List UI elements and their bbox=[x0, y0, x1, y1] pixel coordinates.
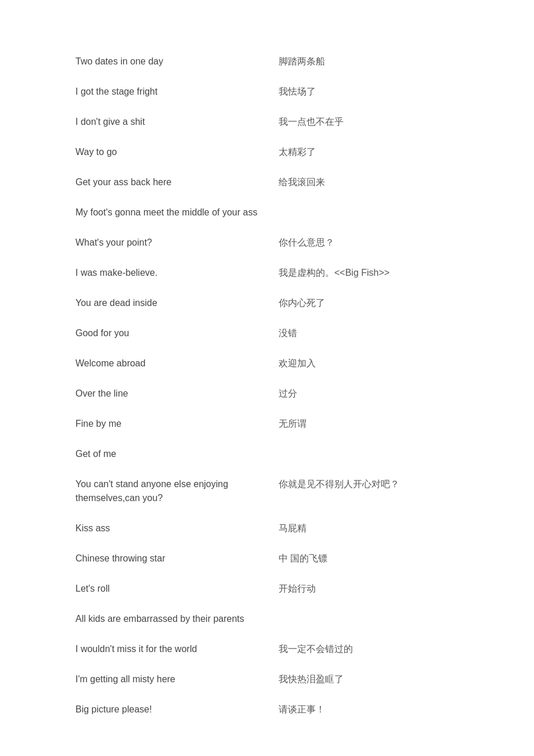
phrase-row: Kiss ass马屁精 bbox=[75, 513, 459, 543]
phrase-row: You are dead inside你内心死了 bbox=[75, 288, 459, 318]
phrase-row: I was make-believe.我是虚构的。<<Big Fish>> bbox=[75, 258, 459, 288]
chinese-translation: 中 国的飞镖 bbox=[273, 552, 459, 566]
english-phrase: I was make-believe. bbox=[75, 266, 273, 280]
chinese-translation: 马屁精 bbox=[273, 521, 459, 535]
english-phrase: Fine by me bbox=[75, 417, 273, 431]
english-phrase: I got the stage fright bbox=[75, 85, 273, 99]
phrase-list: Two dates in one day脚踏两条船I got the stage… bbox=[75, 46, 459, 725]
english-phrase: Chinese throwing star bbox=[75, 552, 273, 566]
phrase-row: Get your ass back here给我滚回来 bbox=[75, 167, 459, 197]
english-phrase: Welcome abroad bbox=[75, 357, 273, 370]
english-phrase: Get of me bbox=[75, 447, 273, 461]
english-phrase: You can't stand anyone else enjoying the… bbox=[75, 477, 273, 505]
english-phrase: I don't give a shit bbox=[75, 115, 273, 129]
english-phrase: I'm getting all misty here bbox=[75, 672, 273, 686]
phrase-row: All kids are embarrassed by their parent… bbox=[75, 604, 459, 634]
chinese-translation: 给我滚回来 bbox=[273, 175, 459, 189]
english-phrase: Over the line bbox=[75, 387, 273, 401]
phrase-row: Way to go太精彩了 bbox=[75, 137, 459, 167]
english-phrase: Big picture please! bbox=[75, 703, 273, 717]
chinese-translation: 欢迎加入 bbox=[273, 357, 459, 370]
english-phrase: All kids are embarrassed by their parent… bbox=[75, 612, 273, 626]
chinese-translation: 开始行动 bbox=[273, 582, 459, 596]
phrase-row: Good for you没错 bbox=[75, 318, 459, 348]
chinese-translation: 你就是见不得别人开心对吧？ bbox=[273, 477, 459, 491]
phrase-row: Over the line过分 bbox=[75, 379, 459, 409]
chinese-translation: 没错 bbox=[273, 326, 459, 340]
phrase-row: Welcome abroad欢迎加入 bbox=[75, 348, 459, 379]
chinese-translation: 我一点也不在乎 bbox=[273, 115, 459, 129]
phrase-row: You can't stand anyone else enjoying the… bbox=[75, 469, 459, 513]
chinese-translation: 我快热泪盈眶了 bbox=[273, 672, 459, 686]
phrase-row: Let's roll开始行动 bbox=[75, 574, 459, 604]
chinese-translation: 过分 bbox=[273, 387, 459, 401]
chinese-translation: 我怯场了 bbox=[273, 85, 459, 99]
phrase-row: Two dates in one day脚踏两条船 bbox=[75, 46, 459, 77]
chinese-translation: 请谈正事！ bbox=[273, 703, 459, 717]
english-phrase: Two dates in one day bbox=[75, 55, 273, 69]
phrase-row: I don't give a shit我一点也不在乎 bbox=[75, 107, 459, 137]
phrase-row: My foot's gonna meet the middle of your … bbox=[75, 197, 459, 228]
english-phrase: Good for you bbox=[75, 326, 273, 340]
chinese-translation: 你什么意思？ bbox=[273, 236, 459, 250]
english-phrase: You are dead inside bbox=[75, 296, 273, 310]
phrase-row: I'm getting all misty here我快热泪盈眶了 bbox=[75, 664, 459, 694]
phrase-row: I wouldn't miss it for the world我一定不会错过的 bbox=[75, 634, 459, 664]
phrase-row: Fine by me无所谓 bbox=[75, 409, 459, 439]
chinese-translation: 你内心死了 bbox=[273, 296, 459, 310]
chinese-translation: 脚踏两条船 bbox=[273, 55, 459, 69]
phrase-row: Big picture please!请谈正事！ bbox=[75, 694, 459, 725]
english-phrase: Let's roll bbox=[75, 582, 273, 596]
chinese-translation: 太精彩了 bbox=[273, 145, 459, 159]
chinese-translation: 我一定不会错过的 bbox=[273, 642, 459, 656]
phrase-row: What's your point?你什么意思？ bbox=[75, 228, 459, 258]
english-phrase: I wouldn't miss it for the world bbox=[75, 642, 273, 656]
chinese-translation: 无所谓 bbox=[273, 417, 459, 431]
english-phrase: Get your ass back here bbox=[75, 175, 273, 189]
english-phrase: Kiss ass bbox=[75, 521, 273, 535]
english-phrase: Way to go bbox=[75, 145, 273, 159]
phrase-row: Chinese throwing star中 国的飞镖 bbox=[75, 543, 459, 574]
english-phrase: My foot's gonna meet the middle of your … bbox=[75, 206, 273, 219]
english-phrase: What's your point? bbox=[75, 236, 273, 250]
phrase-row: I got the stage fright我怯场了 bbox=[75, 77, 459, 107]
chinese-translation: 我是虚构的。<<Big Fish>> bbox=[273, 266, 459, 280]
phrase-row: Get of me bbox=[75, 439, 459, 469]
